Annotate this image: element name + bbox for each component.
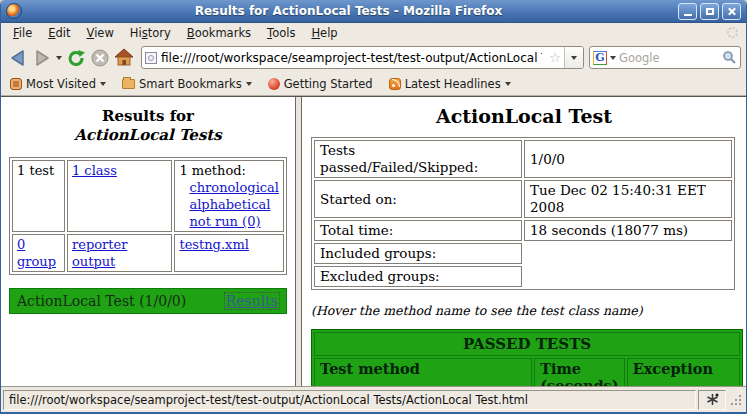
alphabetical-link[interactable]: alphabetical [189, 196, 279, 213]
home-icon [114, 48, 134, 67]
left-title-line2: ActionLocal Tests [9, 126, 287, 145]
addon-status-button[interactable] [698, 390, 726, 410]
method-links: chronological alphabetical not run (0) [179, 179, 279, 230]
rss-feed-icon [389, 78, 401, 90]
home-button[interactable] [112, 45, 136, 71]
reload-icon [66, 48, 86, 68]
status-bar: file:///root/workspace/seamproject-test/… [1, 386, 746, 412]
close-button[interactable] [722, 3, 741, 20]
menu-bookmarks[interactable]: Bookmarks [179, 24, 259, 42]
left-title-line1: Results for [9, 107, 287, 126]
window-resize-grip[interactable] [728, 390, 744, 410]
hover-hint-note: (Hover the method name to see the test c… [311, 303, 737, 318]
column-header-exception: Exception [627, 358, 740, 386]
minimize-button[interactable] [678, 3, 697, 20]
passed-tests-table: PASSED TESTS Test method Time (seconds) … [311, 329, 743, 386]
search-input[interactable] [619, 51, 722, 65]
reporter-output-link[interactable]: reporter output [72, 237, 127, 269]
chevron-down-icon [56, 56, 62, 60]
title-bar[interactable]: Results for ActionLocal Tests - Mozilla … [1, 0, 746, 23]
menu-help[interactable]: Help [303, 24, 345, 42]
menu-bar: File Edit View History Bookmarks Tools H… [1, 23, 746, 42]
url-bar[interactable]: ☆ [141, 46, 584, 69]
group-count-cell: 0 group [12, 234, 65, 272]
test-info-table: Tests passed/Failed/Skipped: 1/0/0 Start… [311, 137, 735, 290]
menu-edit[interactable]: Edit [40, 24, 78, 42]
addon-icon [706, 393, 719, 406]
browser-window: Results for ActionLocal Tests - Mozilla … [0, 0, 747, 414]
back-icon [8, 48, 28, 68]
info-value [524, 243, 732, 264]
menu-tools[interactable]: Tools [259, 24, 303, 42]
info-label: Started on: [314, 180, 522, 218]
bookmark-smart-bookmarks[interactable]: Smart Bookmarks [122, 77, 252, 91]
stop-button[interactable] [88, 45, 112, 71]
menu-file[interactable]: File [5, 24, 40, 42]
chevron-down-icon [100, 82, 106, 86]
most-visited-icon [10, 78, 22, 90]
page-content: Results for ActionLocal Tests 1 test 1 c… [1, 96, 746, 386]
history-dropdown-button[interactable] [54, 45, 64, 71]
bookmark-getting-started[interactable]: Getting Started [268, 77, 373, 91]
bookmarks-toolbar: Most Visited Smart Bookmarks Getting Sta… [1, 73, 746, 96]
table-row: Total time: 18 seconds (18077 ms) [314, 220, 732, 241]
search-bar[interactable]: G [589, 46, 741, 69]
table-row: Test method Time (seconds) Exception [314, 358, 740, 386]
classes-link[interactable]: 1 class [72, 163, 117, 178]
info-label: Included groups: [314, 243, 522, 264]
suite-summary-table: 1 test 1 class 1 method: chronological a… [9, 157, 287, 275]
chevron-down-icon [571, 56, 577, 60]
stop-icon [90, 48, 110, 68]
reporter-output-cell: reporter output [67, 234, 172, 272]
suite-result-label: ActionLocal Test (1/0/0) [17, 293, 186, 309]
info-label: Excluded groups: [314, 266, 522, 287]
url-input[interactable] [157, 51, 546, 65]
bookmark-label: Latest Headlines [405, 77, 501, 91]
testng-xml-cell: testng.xml [174, 234, 284, 272]
forward-icon [32, 48, 52, 68]
info-value [524, 266, 732, 287]
close-icon [727, 7, 736, 16]
bookmark-star-icon[interactable]: ☆ [546, 51, 564, 64]
maximize-icon [706, 8, 714, 15]
table-row: Started on: Tue Dec 02 15:40:31 EET 2008 [314, 180, 732, 218]
method-count-cell: 1 method: chronological alphabetical not… [174, 160, 284, 232]
menu-view[interactable]: View [79, 24, 122, 42]
bookmark-label: Most Visited [26, 77, 96, 91]
menu-history[interactable]: History [122, 24, 179, 42]
throbber-icon [727, 27, 738, 38]
suite-result-bar: ActionLocal Test (1/0/0) Results [9, 288, 287, 314]
resize-grip-icon [730, 394, 742, 406]
navigation-toolbar: ☆ G [1, 42, 746, 73]
chevron-down-icon [246, 82, 252, 86]
page-favicon [145, 52, 157, 64]
bookmark-most-visited[interactable]: Most Visited [10, 77, 106, 91]
forward-button[interactable] [30, 45, 54, 71]
back-button[interactable] [6, 45, 30, 71]
class-count-cell: 1 class [67, 160, 172, 232]
chevron-down-icon [505, 82, 511, 86]
maximize-button[interactable] [700, 3, 719, 20]
window-title: Results for ActionLocal Tests - Mozilla … [22, 4, 675, 18]
bookmark-label: Smart Bookmarks [139, 77, 242, 91]
url-dropdown-button[interactable] [564, 47, 583, 68]
groups-link[interactable]: 0 group [17, 237, 56, 269]
table-row: Tests passed/Failed/Skipped: 1/0/0 [314, 140, 732, 178]
table-row: Included groups: [314, 243, 732, 264]
chronological-link[interactable]: chronological [189, 179, 279, 196]
search-engine-dropdown-icon[interactable] [610, 56, 616, 60]
status-text: file:///root/workspace/seamproject-test/… [3, 390, 696, 410]
folder-icon [122, 79, 135, 89]
table-row: Excluded groups: [314, 266, 732, 287]
testng-xml-link[interactable]: testng.xml [179, 237, 248, 252]
not-run-link[interactable]: not run (0) [189, 213, 279, 230]
info-value: 18 seconds (18077 ms) [524, 220, 732, 241]
info-label: Total time: [314, 220, 522, 241]
reload-button[interactable] [64, 45, 88, 71]
test-count-cell: 1 test [12, 160, 65, 232]
method-count-label: 1 method: [179, 163, 246, 178]
info-value: 1/0/0 [524, 140, 732, 178]
bookmark-latest-headlines[interactable]: Latest Headlines [389, 77, 511, 91]
search-icon[interactable] [722, 50, 737, 65]
suite-results-link[interactable]: Results [225, 293, 279, 309]
